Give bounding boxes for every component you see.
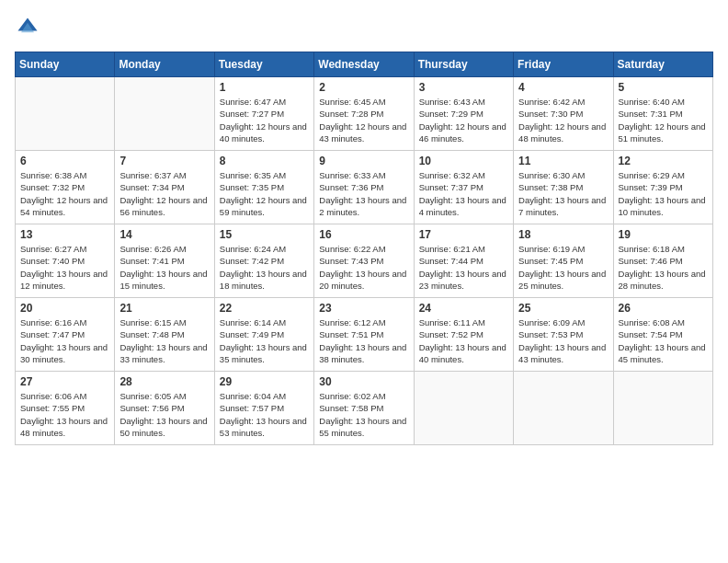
calendar-cell: 7Sunrise: 6:37 AM Sunset: 7:34 PM Daylig… — [115, 151, 214, 224]
calendar-cell: 26Sunrise: 6:08 AM Sunset: 7:54 PM Dayli… — [613, 298, 712, 372]
day-info: Sunrise: 6:14 AM Sunset: 7:49 PM Dayligh… — [220, 316, 309, 365]
calendar-cell: 19Sunrise: 6:18 AM Sunset: 7:46 PM Dayli… — [613, 224, 712, 298]
day-info: Sunrise: 6:38 AM Sunset: 7:32 PM Dayligh… — [20, 169, 109, 218]
calendar-cell: 18Sunrise: 6:19 AM Sunset: 7:45 PM Dayli… — [514, 224, 613, 298]
day-number: 10 — [419, 155, 508, 167]
calendar-cell: 29Sunrise: 6:04 AM Sunset: 7:57 PM Dayli… — [214, 372, 313, 445]
day-number: 21 — [119, 302, 209, 315]
day-number: 1 — [220, 81, 309, 94]
day-number: 26 — [619, 302, 708, 315]
calendar-cell: 5Sunrise: 6:40 AM Sunset: 7:31 PM Daylig… — [613, 77, 712, 151]
calendar-week-4: 20Sunrise: 6:16 AM Sunset: 7:47 PM Dayli… — [16, 298, 713, 372]
calendar-cell: 14Sunrise: 6:26 AM Sunset: 7:41 PM Dayli… — [115, 224, 214, 298]
calendar-cell: 28Sunrise: 6:05 AM Sunset: 7:56 PM Dayli… — [115, 372, 214, 445]
calendar-cell: 30Sunrise: 6:02 AM Sunset: 7:58 PM Dayli… — [314, 372, 414, 445]
day-info: Sunrise: 6:24 AM Sunset: 7:42 PM Dayligh… — [220, 243, 309, 292]
day-number: 24 — [419, 302, 508, 315]
day-info: Sunrise: 6:42 AM Sunset: 7:30 PM Dayligh… — [518, 96, 608, 144]
day-info: Sunrise: 6:45 AM Sunset: 7:28 PM Dayligh… — [319, 96, 408, 144]
day-info: Sunrise: 6:19 AM Sunset: 7:45 PM Dayligh… — [518, 243, 608, 292]
weekday-header-sunday: Sunday — [16, 52, 115, 77]
calendar-cell: 6Sunrise: 6:38 AM Sunset: 7:32 PM Daylig… — [16, 151, 115, 224]
day-info: Sunrise: 6:30 AM Sunset: 7:38 PM Dayligh… — [518, 169, 608, 218]
calendar-cell: 17Sunrise: 6:21 AM Sunset: 7:44 PM Dayli… — [414, 224, 513, 298]
day-info: Sunrise: 6:29 AM Sunset: 7:39 PM Dayligh… — [619, 169, 708, 218]
day-info: Sunrise: 6:18 AM Sunset: 7:46 PM Dayligh… — [619, 243, 708, 292]
calendar-cell: 16Sunrise: 6:22 AM Sunset: 7:43 PM Dayli… — [314, 224, 414, 298]
day-number: 9 — [319, 155, 408, 167]
day-info: Sunrise: 6:11 AM Sunset: 7:52 PM Dayligh… — [419, 316, 508, 365]
day-number: 12 — [619, 155, 708, 167]
calendar-cell: 25Sunrise: 6:09 AM Sunset: 7:53 PM Dayli… — [514, 298, 613, 372]
day-number: 7 — [119, 155, 209, 167]
day-info: Sunrise: 6:33 AM Sunset: 7:36 PM Dayligh… — [319, 169, 408, 218]
day-number: 18 — [518, 228, 608, 241]
day-number: 2 — [319, 81, 408, 94]
day-info: Sunrise: 6:06 AM Sunset: 7:55 PM Dayligh… — [20, 390, 109, 439]
calendar-cell — [414, 372, 513, 445]
day-info: Sunrise: 6:09 AM Sunset: 7:53 PM Dayligh… — [518, 316, 608, 365]
weekday-header-wednesday: Wednesday — [314, 52, 414, 77]
day-number: 13 — [20, 228, 109, 241]
weekday-header-saturday: Saturday — [613, 52, 712, 77]
day-number: 30 — [319, 375, 408, 388]
day-number: 20 — [20, 302, 109, 315]
calendar-cell — [16, 77, 115, 151]
day-info: Sunrise: 6:02 AM Sunset: 7:58 PM Dayligh… — [319, 390, 408, 439]
calendar-cell: 11Sunrise: 6:30 AM Sunset: 7:38 PM Dayli… — [514, 151, 613, 224]
day-info: Sunrise: 6:26 AM Sunset: 7:41 PM Dayligh… — [119, 243, 209, 292]
calendar-cell: 27Sunrise: 6:06 AM Sunset: 7:55 PM Dayli… — [16, 372, 115, 445]
weekday-header-monday: Monday — [115, 52, 214, 77]
calendar-cell: 2Sunrise: 6:45 AM Sunset: 7:28 PM Daylig… — [314, 77, 414, 151]
calendar-cell: 20Sunrise: 6:16 AM Sunset: 7:47 PM Dayli… — [16, 298, 115, 372]
day-info: Sunrise: 6:47 AM Sunset: 7:27 PM Dayligh… — [220, 96, 309, 144]
day-info: Sunrise: 6:32 AM Sunset: 7:37 PM Dayligh… — [419, 169, 508, 218]
calendar-cell: 3Sunrise: 6:43 AM Sunset: 7:29 PM Daylig… — [414, 77, 513, 151]
calendar-cell: 24Sunrise: 6:11 AM Sunset: 7:52 PM Dayli… — [414, 298, 513, 372]
weekday-header-friday: Friday — [514, 52, 613, 77]
weekday-header-thursday: Thursday — [414, 52, 513, 77]
calendar-cell: 12Sunrise: 6:29 AM Sunset: 7:39 PM Dayli… — [613, 151, 712, 224]
weekday-header-row: SundayMondayTuesdayWednesdayThursdayFrid… — [16, 52, 713, 77]
day-number: 14 — [119, 228, 209, 241]
calendar-cell — [514, 372, 613, 445]
calendar-cell: 13Sunrise: 6:27 AM Sunset: 7:40 PM Dayli… — [16, 224, 115, 298]
day-number: 3 — [419, 81, 508, 94]
logo — [15, 15, 44, 40]
calendar-cell: 9Sunrise: 6:33 AM Sunset: 7:36 PM Daylig… — [314, 151, 414, 224]
day-number: 23 — [319, 302, 408, 315]
day-info: Sunrise: 6:08 AM Sunset: 7:54 PM Dayligh… — [619, 316, 708, 365]
calendar-cell: 21Sunrise: 6:15 AM Sunset: 7:48 PM Dayli… — [115, 298, 214, 372]
day-number: 27 — [20, 375, 109, 388]
day-number: 19 — [619, 228, 708, 241]
calendar-cell: 10Sunrise: 6:32 AM Sunset: 7:37 PM Dayli… — [414, 151, 513, 224]
day-info: Sunrise: 6:15 AM Sunset: 7:48 PM Dayligh… — [119, 316, 209, 365]
calendar-cell: 15Sunrise: 6:24 AM Sunset: 7:42 PM Dayli… — [214, 224, 313, 298]
day-number: 8 — [220, 155, 309, 167]
calendar-cell — [115, 77, 214, 151]
day-info: Sunrise: 6:21 AM Sunset: 7:44 PM Dayligh… — [419, 243, 508, 292]
calendar-week-3: 13Sunrise: 6:27 AM Sunset: 7:40 PM Dayli… — [16, 224, 713, 298]
day-number: 4 — [518, 81, 608, 94]
day-info: Sunrise: 6:16 AM Sunset: 7:47 PM Dayligh… — [20, 316, 109, 365]
day-info: Sunrise: 6:43 AM Sunset: 7:29 PM Dayligh… — [419, 96, 508, 144]
calendar-cell: 23Sunrise: 6:12 AM Sunset: 7:51 PM Dayli… — [314, 298, 414, 372]
day-number: 25 — [518, 302, 608, 315]
day-info: Sunrise: 6:37 AM Sunset: 7:34 PM Dayligh… — [119, 169, 209, 218]
day-info: Sunrise: 6:27 AM Sunset: 7:40 PM Dayligh… — [20, 243, 109, 292]
day-number: 29 — [220, 375, 309, 388]
calendar-week-2: 6Sunrise: 6:38 AM Sunset: 7:32 PM Daylig… — [16, 151, 713, 224]
day-info: Sunrise: 6:12 AM Sunset: 7:51 PM Dayligh… — [319, 316, 408, 365]
day-info: Sunrise: 6:22 AM Sunset: 7:43 PM Dayligh… — [319, 243, 408, 292]
calendar-cell: 1Sunrise: 6:47 AM Sunset: 7:27 PM Daylig… — [214, 77, 313, 151]
weekday-header-tuesday: Tuesday — [214, 52, 313, 77]
day-number: 6 — [20, 155, 109, 167]
day-number: 11 — [518, 155, 608, 167]
calendar-cell — [613, 372, 712, 445]
day-info: Sunrise: 6:35 AM Sunset: 7:35 PM Dayligh… — [220, 169, 309, 218]
calendar-cell: 22Sunrise: 6:14 AM Sunset: 7:49 PM Dayli… — [214, 298, 313, 372]
day-info: Sunrise: 6:05 AM Sunset: 7:56 PM Dayligh… — [119, 390, 209, 439]
day-number: 17 — [419, 228, 508, 241]
calendar-week-1: 1Sunrise: 6:47 AM Sunset: 7:27 PM Daylig… — [16, 77, 713, 151]
calendar-cell: 4Sunrise: 6:42 AM Sunset: 7:30 PM Daylig… — [514, 77, 613, 151]
